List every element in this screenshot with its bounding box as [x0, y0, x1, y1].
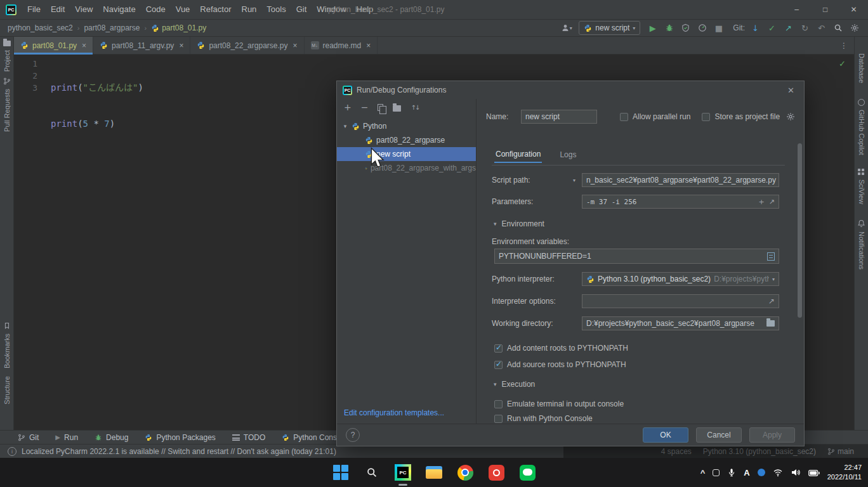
tab-logs[interactable]: Logs	[558, 147, 577, 162]
remove-config-button[interactable]: −	[361, 102, 369, 112]
add-content-roots-checkbox[interactable]	[494, 344, 503, 353]
tool-button-copilot[interactable]: GitHub Copilot	[855, 99, 868, 155]
indent-widget[interactable]: 4 spaces	[661, 447, 692, 456]
add-content-roots-label[interactable]: Add content roots to PYTHONPATH	[507, 344, 628, 353]
help-button[interactable]: ?	[346, 428, 360, 442]
settings-button[interactable]	[848, 22, 860, 34]
minimize-button[interactable]: –	[782, 0, 811, 19]
working-directory-input[interactable]: D:¥projects¥python_basic_sec2¥part08_arg…	[582, 316, 779, 330]
browse-folder-icon[interactable]	[766, 320, 775, 327]
status-message[interactable]: Localized PyCharm 2022.2.1 is available …	[22, 447, 336, 456]
form-scrollbar[interactable]	[798, 143, 802, 318]
store-project-label[interactable]: Store as project file	[714, 112, 780, 121]
tab-close-icon[interactable]: ×	[293, 41, 297, 50]
tab-close-icon[interactable]: ×	[179, 41, 183, 50]
environment-section-header[interactable]: ▾ Environment	[494, 219, 544, 228]
env-vars-input[interactable]: PYTHONUNBUFFERED=1	[494, 249, 779, 264]
menu-code[interactable]: Code	[141, 0, 171, 19]
taskbar-red-app-button[interactable]	[486, 462, 506, 483]
tab-part08_01[interactable]: part08_01.py ×	[14, 37, 93, 54]
tool-button-pull-requests[interactable]: Pull Requests	[0, 77, 13, 132]
expand-field-icon[interactable]: ↗	[768, 297, 775, 306]
microphone-icon[interactable]	[727, 468, 736, 477]
tool-button-python-packages[interactable]: Python Packages	[145, 433, 215, 442]
expand-field-icon[interactable]: ↗	[769, 198, 775, 206]
tool-button-sciview[interactable]: SciView	[855, 169, 868, 204]
run-with-console-label[interactable]: Run with Python Console	[507, 414, 593, 423]
tool-button-structure[interactable]: Structure	[0, 376, 13, 405]
tree-node-new-script[interactable]: new script	[337, 147, 476, 161]
tool-button-bookmarks[interactable]: Bookmarks	[0, 322, 13, 368]
menu-view[interactable]: View	[70, 0, 98, 19]
git-branch-widget[interactable]: main	[827, 447, 854, 456]
taskbar-search-button[interactable]	[362, 462, 382, 483]
tool-button-run[interactable]: ▶ Run	[55, 433, 78, 442]
interpreter-options-input[interactable]: ↗	[582, 294, 779, 308]
tree-node-part08_22_argparse[interactable]: part08_22_argparse	[337, 133, 476, 147]
breadcrumb-folder[interactable]: part08_argparse	[84, 23, 140, 32]
git-commit-button[interactable]: ✓	[766, 22, 778, 34]
search-everywhere-button[interactable]	[832, 22, 844, 34]
execution-section-header[interactable]: ▾ Execution	[494, 380, 535, 389]
add-source-roots-label[interactable]: Add source roots to PYTHONPATH	[507, 360, 626, 369]
apply-button[interactable]: Apply	[749, 427, 795, 443]
new-folder-button[interactable]	[393, 105, 401, 112]
menu-file[interactable]: File	[22, 0, 46, 19]
run-config-select[interactable]: new script ▾	[579, 21, 640, 35]
edit-templates-link[interactable]: Edit configuration templates...	[344, 408, 444, 417]
menu-tools[interactable]: Tools	[261, 0, 291, 19]
run-with-console-checkbox[interactable]	[494, 415, 503, 423]
store-options-gear-icon[interactable]	[786, 112, 795, 122]
tree-node-part08_22_argparse_with_args[interactable]: part08_22_argparse_with_args	[337, 161, 476, 175]
git-push-button[interactable]: ↗	[782, 22, 794, 34]
git-history-button[interactable]: ↻	[799, 22, 811, 34]
allow-parallel-checkbox[interactable]	[620, 113, 628, 121]
tab-close-icon[interactable]: ×	[82, 41, 86, 50]
chevron-down-icon[interactable]: ▾	[342, 123, 348, 129]
tray-blue-icon[interactable]	[758, 469, 765, 476]
battery-icon[interactable]	[808, 468, 820, 477]
dialog-close-icon[interactable]: ✕	[784, 86, 798, 95]
copy-config-button[interactable]	[378, 104, 383, 111]
tool-button-todo[interactable]: TODO	[232, 433, 265, 442]
ime-indicator[interactable]: A	[744, 468, 749, 477]
inspections-ok-icon[interactable]: ✓	[839, 59, 846, 68]
emulate-terminal-checkbox[interactable]	[494, 400, 503, 408]
close-button[interactable]: ✕	[839, 0, 868, 19]
coverage-button[interactable]	[680, 22, 692, 34]
dialog-title-bar[interactable]: PC Run/Debug Configurations ✕	[337, 81, 804, 99]
tool-button-notifications[interactable]: Notifications	[855, 219, 868, 269]
tab-part08_11_argv[interactable]: part08_11_argv.py ×	[93, 37, 190, 54]
breadcrumb-file[interactable]: part08_01.py	[151, 23, 206, 32]
script-path-label[interactable]: Script path:	[492, 176, 530, 185]
stop-button[interactable]: ■	[713, 22, 725, 34]
tab-configuration[interactable]: Configuration	[494, 146, 542, 163]
chevron-down-icon[interactable]: ▾	[573, 178, 575, 183]
ok-button[interactable]: OK	[643, 427, 688, 443]
menu-refactor[interactable]: Refactor	[195, 0, 236, 19]
wifi-icon[interactable]	[773, 467, 783, 477]
emulate-terminal-label[interactable]: Emulate terminal in output console	[507, 399, 624, 408]
tool-button-database[interactable]: Database	[855, 53, 868, 83]
menu-vue[interactable]: Vue	[171, 0, 195, 19]
menu-run[interactable]: Run	[237, 0, 262, 19]
maximize-button[interactable]: □	[811, 0, 839, 19]
user-icon[interactable]: ▾	[560, 22, 572, 34]
taskbar-pycharm-button[interactable]	[393, 462, 413, 483]
undo-button[interactable]: ↶	[815, 22, 827, 34]
taskbar-chrome-button[interactable]	[455, 462, 475, 483]
git-update-button[interactable]: ↓	[749, 22, 761, 34]
tab-readme[interactable]: M↓ readme.md ×	[305, 37, 378, 54]
run-button[interactable]: ▶	[647, 22, 659, 34]
profiler-button[interactable]	[696, 22, 708, 34]
sort-configs-button[interactable]: ↑↓	[411, 104, 419, 111]
taskbar-explorer-button[interactable]	[424, 462, 444, 483]
taskbar-clock[interactable]: 22:47 2022/10/11	[827, 463, 862, 482]
menu-navigate[interactable]: Navigate	[98, 0, 140, 19]
taskbar-green-app-button[interactable]	[517, 462, 537, 483]
tray-expand-icon[interactable]: ^	[700, 468, 706, 477]
tray-app-icon[interactable]	[713, 469, 720, 476]
cancel-button[interactable]: Cancel	[696, 427, 742, 443]
breadcrumb-project[interactable]: python_basic_sec2	[8, 23, 73, 32]
allow-parallel-label[interactable]: Allow parallel run	[633, 112, 690, 121]
